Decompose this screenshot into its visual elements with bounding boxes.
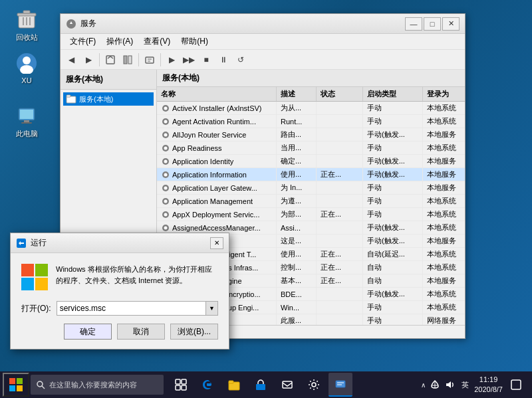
taskbar-icon-edge[interactable] [196, 373, 219, 397]
up-button[interactable] [102, 52, 118, 68]
user-avatar-icon [16, 52, 37, 74]
run-ok-button[interactable]: 确定 [64, 324, 112, 340]
run-dialog-icon [16, 238, 27, 249]
service-gear-icon [161, 210, 170, 219]
service-login-cell: 本地系统 [423, 221, 465, 234]
service-login-cell: 本地服务 [423, 181, 465, 194]
col-login[interactable]: 登录为 [423, 87, 465, 101]
maximize-button[interactable]: □ [424, 17, 441, 31]
svg-rect-80 [283, 381, 292, 388]
service-name-cell: Agent Activation Runtim... [157, 115, 277, 128]
svg-rect-21 [66, 95, 70, 97]
service-login-cell: 本地服务 [423, 155, 465, 167]
service-desc-cell: 基本... [277, 274, 317, 287]
taskbar-icon-settings[interactable] [302, 373, 326, 397]
run-browse-button[interactable]: 浏览(B)... [170, 324, 218, 340]
play-button[interactable]: ▶ [164, 52, 180, 68]
run-titlebar: 运行 ✕ [11, 233, 229, 253]
table-row[interactable]: App Readiness 当用...手动本地系统 [157, 142, 465, 155]
table-row[interactable]: Application Identity 确定...手动(触发...本地服务 [157, 155, 465, 168]
service-status-cell [317, 181, 363, 194]
menu-action[interactable]: 操作(A) [101, 35, 138, 49]
service-status-cell: 正在... [317, 261, 363, 274]
service-status-cell [317, 128, 363, 141]
run-close-button[interactable]: ✕ [210, 237, 223, 249]
table-row[interactable]: AppX Deployment Servic... 为部...正在...手动本地… [157, 208, 465, 221]
taskbar-search[interactable]: 在这里输入你要搜索的内容 [31, 375, 164, 395]
tree-item-local[interactable]: 服务(本地) [63, 92, 154, 106]
svg-rect-68 [17, 378, 23, 384]
play2-button[interactable]: ▶▶ [181, 52, 197, 68]
taskbar-lang[interactable]: 英 [462, 380, 469, 390]
table-row[interactable]: ActiveX Installer (AxInstSV) 为从...手动本地系统 [157, 102, 465, 115]
service-name-cell: AppX Deployment Servic... [157, 208, 277, 221]
table-row[interactable]: Application Information 使用...正在...手动(触发.… [157, 168, 465, 181]
svg-point-31 [164, 159, 168, 163]
taskbar-icon-multidesktop[interactable] [169, 373, 193, 397]
service-login-cell: 本地系统 [423, 115, 465, 128]
service-desc-cell: 为部... [277, 208, 317, 221]
desktop-icon-user[interactable]: XU [7, 50, 47, 88]
col-desc[interactable]: 描述 [277, 87, 317, 101]
service-status-cell [317, 301, 363, 314]
svg-point-7 [23, 56, 31, 64]
svg-rect-10 [20, 110, 33, 119]
taskbar-icon-explorer[interactable] [222, 373, 246, 397]
col-name[interactable]: 名称 [157, 87, 277, 101]
taskbar-clock[interactable]: 11:19 2020/8/7 [471, 375, 505, 395]
menu-view[interactable]: 查看(V) [138, 35, 176, 49]
taskbar-tray: ∧ [417, 379, 459, 390]
forward-button[interactable]: ▶ [80, 52, 96, 68]
menu-file[interactable]: 文件(F) [65, 35, 101, 49]
service-desc-cell: Runt... [277, 115, 317, 128]
close-button[interactable]: ✕ [442, 17, 460, 31]
table-row[interactable]: Application Layer Gatew... 为 In...手动本地服务 [157, 181, 465, 195]
back-button[interactable]: ◀ [63, 52, 79, 68]
service-login-cell: 本地系统 [423, 288, 465, 300]
svg-rect-75 [176, 385, 180, 390]
stop-button[interactable]: ■ [198, 52, 214, 68]
props-button[interactable] [142, 52, 158, 68]
recycle-bin-icon [16, 9, 37, 31]
col-status[interactable]: 状态 [317, 87, 363, 101]
taskbar-icons [169, 373, 352, 397]
run-buttons: 确定 取消 浏览(B)... [11, 324, 229, 349]
notification-icon[interactable] [508, 377, 524, 393]
run-cancel-button[interactable]: 取消 [117, 324, 165, 340]
tree-item-label: 服务(本地) [79, 94, 113, 104]
menu-help[interactable]: 帮助(H) [176, 35, 213, 49]
service-status-cell [317, 235, 363, 247]
svg-point-27 [164, 133, 168, 136]
service-desc-cell: 使用... [277, 248, 317, 260]
service-status-cell [317, 155, 363, 167]
taskbar-icon-store[interactable] [249, 373, 273, 397]
this-pc-label: 此电脑 [16, 130, 38, 138]
pause-button[interactable]: ⏸ [215, 52, 231, 68]
taskbar-icon-mail[interactable] [275, 373, 299, 397]
show-hide-button[interactable] [120, 52, 136, 68]
table-row[interactable]: Agent Activation Runtim... Runt...手动本地系统 [157, 115, 465, 128]
run-dialog-logo [21, 264, 48, 290]
menu-bar: 文件(F) 操作(A) 查看(V) 帮助(H) [61, 34, 465, 50]
service-status-cell [317, 142, 363, 154]
svg-rect-87 [511, 380, 521, 389]
service-name-cell: Application Information [157, 168, 277, 181]
desktop-icon-this-pc[interactable]: 此电脑 [7, 103, 47, 141]
service-gear-icon [161, 117, 170, 126]
tray-expand[interactable]: ∧ [421, 381, 426, 389]
restart-button[interactable]: ↺ [233, 52, 249, 68]
table-row[interactable]: Application Management 为遵...手动本地系统 [157, 195, 465, 208]
taskbar-icon-services[interactable] [329, 373, 352, 397]
svg-point-29 [164, 146, 168, 149]
service-login-cell: 本地服务 [423, 128, 465, 141]
desktop-icon-recycle-bin[interactable]: 回收站 [7, 7, 47, 45]
table-row[interactable]: AllJoyn Router Service 路由...手动(触发...本地服务 [157, 128, 465, 142]
run-dropdown-button[interactable]: ▼ [206, 301, 218, 316]
svg-point-23 [164, 106, 168, 110]
minimize-button[interactable]: — [405, 17, 422, 31]
run-input[interactable] [57, 301, 206, 316]
col-startup[interactable]: 启动类型 [363, 87, 423, 101]
start-button[interactable] [3, 373, 29, 397]
service-login-cell: 本地系统 [423, 261, 465, 274]
service-desc-cell: 这是... [277, 235, 317, 247]
